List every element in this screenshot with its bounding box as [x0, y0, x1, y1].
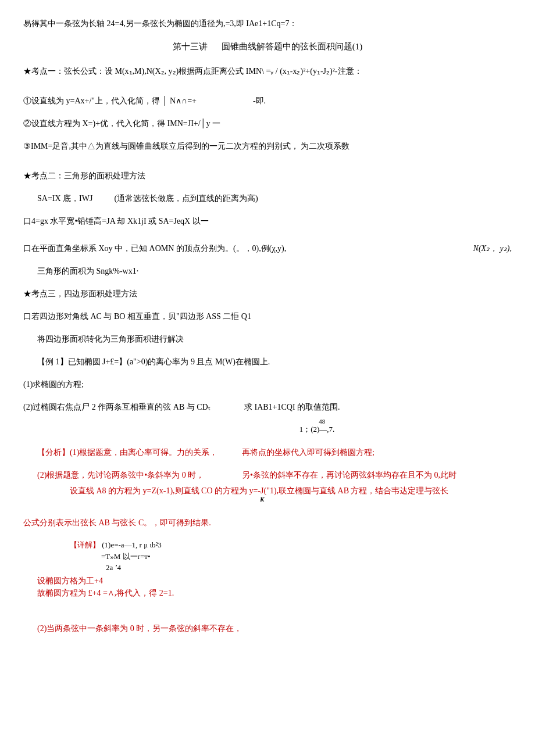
ans-num: 48	[319, 417, 325, 427]
keypoint-3-row1: 口若四边形对角线 AC 与 BO 相互垂直，贝"四边形 ASS 二怇 Q1	[23, 310, 512, 323]
keypoint-2-row2: 口4=gx 水平宽•铅锤高=JA 却 Xk1jI 或 SA=JeqX 以一	[23, 215, 512, 227]
analysis-l1-b: 再将点的坐标代入即可得到椭圆方程;	[242, 446, 374, 458]
analysis-l2-b: 另•条弦的斜率不存在，再讨论两弦斜率均存在且不为 0,此时	[242, 469, 456, 481]
keypoint-2-row1: SA=IX 底，IWJ (通常选弦长做底，点到直线的距离为高)	[23, 192, 512, 205]
keypoint-3-head: ★考点三，四边形面积处理方法	[23, 288, 512, 300]
keypoint-2-head: ★考点二：三角形的面积处理方法	[23, 170, 512, 182]
title-part-a: 第十三讲	[173, 42, 208, 51]
ex1-q2-left: (2)过椭圆右焦点尸 2 作两条互相垂直的弦 AB 与 CDₜ	[23, 401, 244, 413]
analysis-line4: 公式分别表示出弦长 AB 与弦长 C。，即可得到结果.	[23, 517, 512, 529]
intro-text: 易得其中一条弦为长轴 24=4,另一条弦长为椭圆的通径为,=3,即 IAe1+1…	[23, 17, 512, 30]
detail-d2: 故椭圆方程为 £+4 =∧,将代入，得 2=1.	[23, 587, 512, 599]
detail-d1: 设椭圆方格为工+4	[23, 575, 512, 587]
kp2-r3-a: 口在平面直角坐标系 Xoy 中，已知 AOMN 的顶点分别为。(。，0),例(χ…	[23, 242, 473, 255]
keypoint-1-head: ★考点一：弦长公式：设 M(x₁,M),N(X₂, y₂)根据两点距离公式 IM…	[23, 65, 512, 77]
detail-f1: (1)e=-a—1, r μ ιb²3	[102, 540, 162, 549]
example-1-stem: 【例 1】已知椭圆 J+£=】(a">0)的离心率为 9 且点 M(W)在椭圆上…	[23, 356, 512, 368]
analysis-l2-a: (2)根据题意，先讨论两条弦中•条斜率为 0 时，	[37, 469, 242, 481]
keypoint-1-item2: ②设直线方程为 X=)+优，代入化简，得 IMN=JI+/│y 一	[23, 117, 512, 130]
keypoint-1-item3: ③IMM=足音,其中△为直线与圆锥曲线联立后得到的一元二次方程的判别式， 为二次…	[23, 140, 512, 152]
example-1-q2: (2)过椭圆右焦点尸 2 作两条互相垂直的弦 AB 与 CDₜ 求 IAB1+1…	[23, 401, 512, 413]
kp2-r1-b: (通常选弦长做底，点到直线的距离为高)	[114, 194, 258, 203]
example-1-answer-hint: 48 1；(2)—,7.	[122, 424, 512, 435]
detail-head: 【详解】	[70, 540, 100, 549]
analysis-line1: 【分析】(1)根据题意，由离心率可得。力的关系， 再将点的坐标代入即可得到椭圆方…	[23, 446, 512, 458]
analysis-l3-c: 联立椭圆与直线 AB 方程，结合韦达定理与弦长	[279, 486, 448, 495]
lecture-title: 第十三讲圆锥曲线解答题中的弦长面积问题(1)	[23, 40, 512, 53]
analysis-l1-a: 【分析】(1)根据题意，由离心率可得。力的关系，	[37, 446, 242, 458]
kp1-item1-text: ①设直线为 y=Ax+/"上，代入化简，得 │ N∧∩=+	[23, 96, 197, 105]
kp1-item1-tail: -即.	[253, 96, 266, 105]
detail-f2: =T»M 以一r=т•	[101, 551, 512, 562]
detail-formula: 【详解】 (1)e=-a—1, r μ ιb²3 =T»M 以一r=т• 2a …	[70, 539, 512, 574]
analysis-line2: (2)根据题意，先讨论两条弦中•条斜率为 0 时， 另•条弦的斜率不存在，再讨论…	[23, 469, 512, 481]
title-part-b: 圆锥曲线解答题中的弦长面积问题(1)	[222, 42, 363, 51]
detail-d3: (2)当两条弦中一条斜率为 0 时，另一条弦的斜率不存在，	[23, 622, 512, 635]
example-1-q1: (1)求椭圆的方程;	[23, 378, 512, 390]
ex1-q2-right: 求 IAB1+1CQI 的取值范围.	[244, 401, 340, 413]
keypoint-2-row3: 口在平面直角坐标系 Xoy 中，已知 AOMN 的顶点分别为。(。，0),例(χ…	[23, 242, 512, 255]
kp2-r3-b: N(X₂， y₂),	[473, 242, 512, 255]
keypoint-1-item1: ①设直线为 y=Ax+/"上，代入化简，得 │ N∧∩=+ -即.	[23, 95, 512, 107]
analysis-line3: 设直线 A8 的方程为 y=Z(x-1),则直线 CO 的方程为 y=-J("1…	[23, 485, 512, 497]
ans-hint-text: 1；(2)—,7.	[299, 425, 335, 433]
kp2-r1-a: SA=IX 底，IWJ	[37, 194, 92, 203]
keypoint-2-row4: 三角形的面积为 Sngk%-wx1·	[23, 265, 512, 277]
analysis-l3-a: 设直线 A8 的方程为 y=Z(x-1),则直线 CO 的方程为 y=-J("1…	[70, 486, 279, 495]
detail-f3: 2a ʼ4	[106, 562, 512, 574]
keypoint-3-row2: 将四边形面积转化为三角形面积进行解决	[23, 333, 512, 345]
analysis-l3-k: K	[260, 495, 264, 504]
